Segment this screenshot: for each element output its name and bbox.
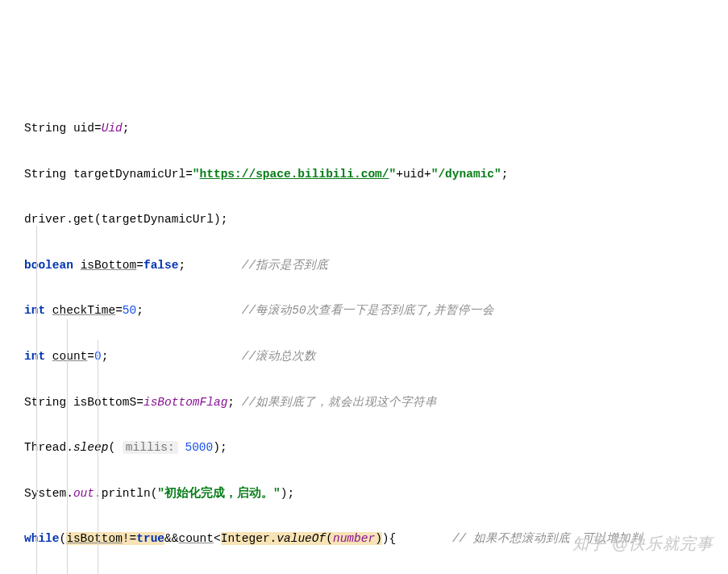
param-hint: millis: — [123, 441, 178, 454]
indent-guide — [98, 340, 98, 574]
code-line: driver.get(targetDynamicUrl); — [24, 208, 728, 231]
code-editor[interactable]: String uid=Uid; String targetDynamicUrl=… — [0, 0, 728, 574]
indent-guide — [67, 319, 68, 574]
code-line: String isBottomS=isBottomFlag; //如果到底了，就… — [24, 391, 728, 414]
code-line: int count=0; //滚动总次数 — [24, 345, 728, 368]
code-line: int checkTime=50; //每滚动50次查看一下是否到底了,并暂停一… — [24, 299, 728, 322]
code-line: String uid=Uid; — [24, 117, 728, 139]
code-line: Thread.sleep( millis: 5000); — [24, 436, 728, 459]
indent-guide — [36, 226, 37, 574]
code-line: String targetDynamicUrl="https://space.b… — [24, 163, 728, 185]
code-line: boolean isBottom=false; //指示是否到底 — [24, 254, 728, 277]
code-line: while(isBottom!=true&&count<Integer.valu… — [24, 527, 728, 550]
code-line: System.out.println("初始化完成，启动。"); — [24, 482, 728, 505]
